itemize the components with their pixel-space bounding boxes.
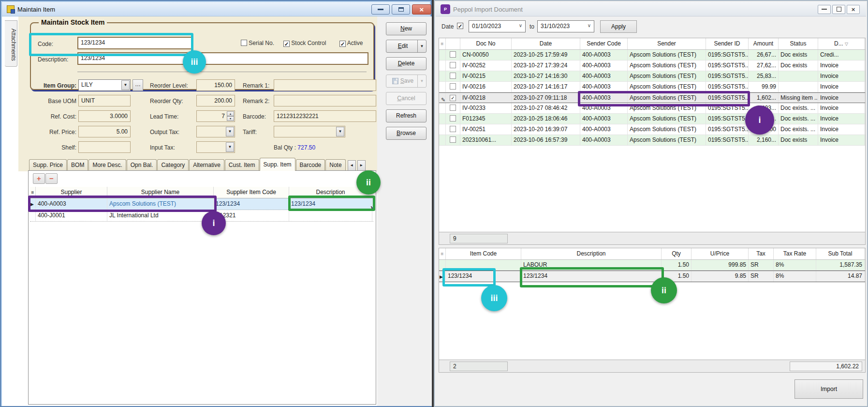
cell-sender-code[interactable]: 400-A0003 <box>580 71 628 81</box>
cell-amount[interactable]: 2,160... <box>749 135 779 145</box>
cell-status[interactable] <box>779 71 818 81</box>
stock-control-box[interactable]: ✓ <box>283 41 290 47</box>
document-row[interactable]: IV-002152023-10-27 14:16:30400-A0003Apsc… <box>439 71 865 82</box>
cell-doc-type[interactable]: Invoice <box>818 60 865 71</box>
cell-sender-code[interactable]: 400-A0003 <box>580 82 628 92</box>
col-sender[interactable]: Sender <box>628 38 706 49</box>
cell-status[interactable]: Doc exists. ... <box>779 103 818 113</box>
from-date-combo[interactable]: 01/10/2023∨ <box>469 20 526 32</box>
remark1-field[interactable] <box>274 79 376 91</box>
delete-button[interactable]: Delete <box>386 57 427 70</box>
item-group-lookup-button[interactable]: … <box>132 79 143 91</box>
row-checkbox[interactable] <box>446 71 460 81</box>
tab-more-desc[interactable]: More Desc. <box>88 159 126 171</box>
cell-status[interactable]: Doc exists <box>779 60 818 71</box>
cell-sender-code[interactable]: 400-A0003 <box>580 60 628 71</box>
chevron-down-icon[interactable]: ▼ <box>336 127 344 136</box>
cell-sender[interactable]: Apscom Solutions (TEST) <box>628 114 706 124</box>
cell-qty[interactable]: 1.50 <box>662 260 691 270</box>
document-row[interactable]: F0123452023-10-25 18:06:46400-A0003Apsco… <box>439 114 865 124</box>
cell-sender-id[interactable]: 0195:SGTST5... <box>706 60 749 71</box>
cell-sender-id[interactable]: 0195:SGTST5... <box>706 82 749 92</box>
cell-sender-code[interactable]: 400-A0003 <box>580 50 628 60</box>
row-checkbox[interactable] <box>446 124 460 135</box>
cell-date[interactable]: 2023-10-20 16:39:07 <box>512 124 580 135</box>
tab-barcode[interactable]: Barcode <box>296 159 325 171</box>
cell-sender-code[interactable]: 400-A0003 <box>580 135 628 145</box>
col-description[interactable]: Description <box>521 248 662 259</box>
refresh-button[interactable]: Refresh <box>386 109 427 122</box>
remark2-field[interactable] <box>274 95 376 106</box>
cell-doc-no[interactable]: 202310061... <box>460 135 512 145</box>
peppol-titlebar[interactable]: P Peppol Import Document × <box>436 2 866 16</box>
cell-tax-rate[interactable]: 8% <box>774 260 816 270</box>
col-tax-rate[interactable]: Tax Rate <box>774 248 816 259</box>
cell-doc-type[interactable]: Invoice <box>818 135 865 145</box>
document-row[interactable]: IV-002512023-10-20 16:39:07400-A0003Apsc… <box>439 124 865 135</box>
serial-no-box[interactable] <box>241 40 247 46</box>
chevron-down-icon[interactable]: ∨ <box>519 23 522 28</box>
tab-note[interactable]: Note <box>325 159 345 171</box>
col-supplier-item-code[interactable]: Supplier Item Code <box>214 187 289 198</box>
stock-control-checkbox[interactable]: ✓ Stock Control <box>283 40 326 47</box>
lead-time-field[interactable]: 7 ▴▾ <box>196 110 235 122</box>
cell-sender-id[interactable]: 0195:SGTST5... <box>706 71 749 81</box>
cell-doc-type[interactable]: Invoice <box>818 71 865 81</box>
chevron-down-icon[interactable]: ▼ <box>226 127 234 136</box>
cell-doc-no[interactable]: IV-00218 <box>460 93 512 103</box>
base-uom-field[interactable]: UNIT <box>78 95 131 106</box>
date-filter-checkbox[interactable]: ✓ <box>457 23 463 29</box>
minimize-button[interactable] <box>371 4 390 15</box>
tab-opn-bal[interactable]: Opn Bal. <box>127 159 157 171</box>
cell-amount[interactable]: 25,83... <box>749 71 779 81</box>
cell-date[interactable]: 2023-10-27 14:16:17 <box>512 82 580 92</box>
cell-sender-code[interactable]: 400-A0003 <box>580 114 628 124</box>
add-row-button[interactable]: + <box>33 173 45 184</box>
browse-button[interactable]: Browse <box>386 127 427 140</box>
chevron-down-icon[interactable]: ▼ <box>226 142 234 152</box>
col-qty[interactable]: Qty <box>662 248 691 259</box>
cell-sender[interactable]: Apscom Solutions (TEST) <box>628 82 706 92</box>
cell-doc-no[interactable]: F012345 <box>460 114 512 124</box>
sort-icon[interactable]: ▽ <box>845 42 848 46</box>
reorder-level-field[interactable]: 150.00 <box>196 79 235 91</box>
cell-amount[interactable]: 1,602... <box>749 93 779 103</box>
row-checkbox[interactable] <box>446 114 460 124</box>
row-checkbox[interactable] <box>446 103 460 113</box>
row-checkbox[interactable] <box>446 82 460 92</box>
row-checkbox[interactable] <box>446 135 460 145</box>
to-date-combo[interactable]: 31/10/2023∨ <box>537 20 594 32</box>
close-button[interactable]: × <box>412 4 431 15</box>
row-checkbox[interactable] <box>446 50 460 60</box>
close-button[interactable]: × <box>847 5 860 14</box>
spin-up-icon[interactable]: ▴ <box>227 111 234 116</box>
cell-tax[interactable]: SR <box>749 260 774 270</box>
cell-doc-type[interactable]: Invoice <box>818 82 865 92</box>
input-tax-combo[interactable]: ▼ <box>196 141 235 153</box>
col-sub-total[interactable]: Sub Total <box>816 248 865 259</box>
tab-cust-item[interactable]: Cust. Item <box>225 159 259 171</box>
cell-amount[interactable]: 99.99 <box>749 82 779 92</box>
barcode-field[interactable]: 1212312232221 <box>274 110 376 122</box>
serial-no-checkbox[interactable]: Serial No. <box>241 40 274 46</box>
import-button[interactable]: Import <box>794 379 863 399</box>
cell-sub-total[interactable]: 1,587.35 <box>816 260 865 270</box>
col-tax[interactable]: Tax <box>749 248 774 259</box>
cell-amount[interactable]: 27,62... <box>749 60 779 71</box>
row-checkbox[interactable]: ✓ <box>446 93 460 103</box>
cell-date[interactable]: 2023-10-27 09:11:18 <box>512 93 580 103</box>
tab-supp-item[interactable]: Supp. Item <box>260 158 295 171</box>
cell-sender[interactable]: Apscom Solutions (TEST) <box>628 71 706 81</box>
tab-supp-price[interactable]: Supp. Price <box>29 159 67 171</box>
cell-doc-no[interactable]: IV-00216 <box>460 82 512 92</box>
cell-sender[interactable]: Apscom Solutions (TEST) <box>628 135 706 145</box>
cell-tax-rate[interactable]: 8% <box>774 271 816 282</box>
cell-sender-code[interactable]: 400-A0003 <box>580 124 628 135</box>
cell-sender-id[interactable]: 0195:SGTST5... <box>706 124 749 135</box>
col-status[interactable]: Status <box>779 38 818 49</box>
cell-date[interactable]: 2023-10-25 17:59:49 <box>512 50 580 60</box>
cell-date[interactable]: 2023-10-27 08:46:42 <box>512 103 580 113</box>
col-doc-type[interactable]: D... ▽ <box>818 38 865 49</box>
cell-status[interactable]: Doc exists <box>779 135 818 145</box>
cell-sender-id[interactable]: 0195:SGTST5... <box>706 135 749 145</box>
